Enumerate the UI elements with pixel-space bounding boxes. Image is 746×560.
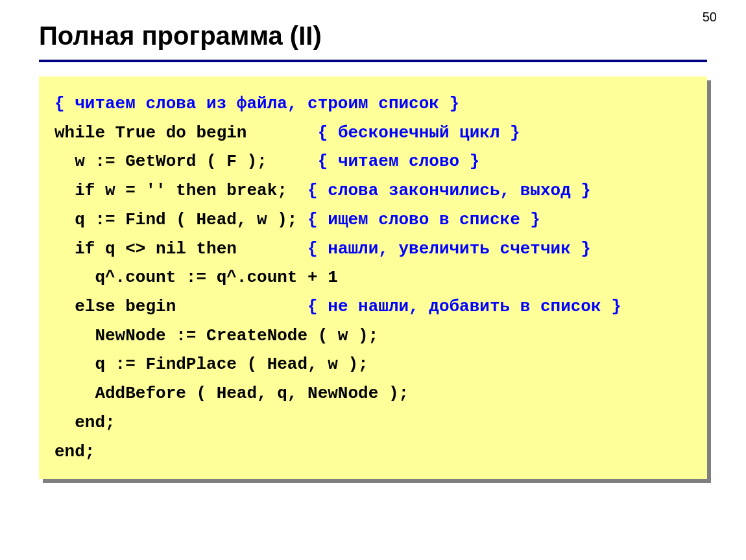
code-text: if q <> nil then — [54, 239, 237, 259]
code-text: q := Find ( Head, w ); — [54, 210, 297, 229]
code-text: end; — [54, 413, 115, 432]
code-comment: { читаем слово } — [318, 152, 480, 171]
code-text: q^.count := q^.count + 1 — [54, 268, 338, 287]
code-comment: { нашли, увеличить счетчик } — [307, 239, 591, 259]
code-block-wrapper: { читаем слова из файла, строим список }… — [39, 76, 707, 479]
code-block: { читаем слова из файла, строим список }… — [39, 76, 707, 479]
code-text: if w = '' then break; — [54, 181, 287, 200]
code-text: end; — [54, 442, 95, 461]
code-text: w := GetWord ( F ); — [54, 152, 267, 171]
title-rule — [39, 60, 707, 62]
code-comment: { читаем слова из файла, строим список } — [54, 94, 459, 113]
code-text: while True do begin — [54, 123, 247, 143]
code-comment: { не нашли, добавить в список } — [307, 297, 621, 316]
slide-title: Полная программа (II) — [39, 21, 707, 51]
code-comment: { ищем слово в списке } — [307, 210, 540, 229]
code-comment: { бесконечный цикл } — [318, 123, 520, 143]
code-comment: { слова закончились, выход } — [307, 181, 591, 200]
code-text: else begin — [54, 297, 176, 316]
page-number: 50 — [703, 10, 717, 25]
code-text: NewNode := CreateNode ( w ); — [54, 326, 378, 345]
code-text: AddBefore ( Head, q, NewNode ); — [54, 384, 409, 403]
code-text: q := FindPlace ( Head, w ); — [54, 355, 368, 374]
slide: 50 Полная программа (II) { читаем слова … — [0, 0, 746, 560]
